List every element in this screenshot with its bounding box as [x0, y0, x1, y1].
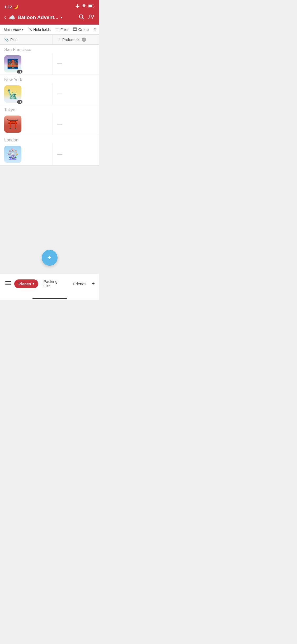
title-dropdown-icon[interactable]: ▾ — [60, 15, 62, 19]
filter-button[interactable]: Filter — [55, 27, 69, 32]
city-name-new-york: New York — [0, 75, 99, 83]
nav-actions — [78, 14, 95, 21]
preference-column-header[interactable]: Preference i — [53, 35, 99, 44]
time-label: 1:12 — [4, 4, 12, 9]
san-francisco-thumb-wrapper: +1 — [4, 55, 21, 72]
group-button[interactable]: Group — [73, 27, 89, 32]
preference-dash — [57, 63, 62, 64]
sort-icon — [93, 27, 97, 32]
pics-label: Pics — [10, 38, 17, 42]
fab-plus-icon: + — [47, 254, 51, 261]
san-francisco-pics-cell[interactable]: +1 — [0, 53, 53, 75]
add-record-fab[interactable]: + — [42, 250, 58, 266]
sort-button[interactable] — [93, 27, 97, 32]
search-icon[interactable] — [78, 14, 84, 21]
london-thumbnail — [4, 146, 21, 163]
main-view-button[interactable]: Main View ▾ — [4, 27, 23, 32]
main-view-dropdown-icon: ▾ — [22, 28, 23, 31]
preference-dash — [57, 94, 62, 94]
new-york-pics-cell[interactable]: +1 — [0, 83, 53, 105]
nav-title-area: ☁️ Balloon Advent... ▾ — [9, 14, 76, 21]
svg-line-3 — [82, 18, 84, 19]
city-name-tokyo: Tokyo — [0, 105, 99, 113]
packing-list-label: Packing List — [44, 279, 58, 288]
tokyo-preference-cell[interactable] — [53, 122, 99, 127]
london-thumb-wrapper — [4, 146, 21, 163]
home-indicator — [0, 296, 99, 300]
svg-rect-1 — [88, 5, 92, 7]
places-tab[interactable]: Places ▾ — [14, 279, 38, 288]
filter-label: Filter — [60, 27, 69, 32]
group-icon — [73, 27, 77, 32]
tokyo-thumb-wrapper — [4, 116, 21, 133]
main-view-label: Main View — [4, 27, 21, 32]
tokyo-thumbnail — [4, 116, 21, 133]
table-row: San Francisco +1 — [0, 45, 99, 75]
cloud-icon: ☁️ — [9, 14, 15, 21]
london-pics-cell[interactable] — [0, 144, 53, 165]
list-icon — [57, 37, 61, 42]
city-name-london: London — [0, 135, 99, 144]
menu-icon[interactable] — [4, 280, 12, 288]
add-tab-button[interactable]: + — [92, 281, 95, 287]
san-francisco-preference-cell[interactable] — [53, 61, 99, 66]
status-time: 1:12 🌙 — [4, 4, 18, 9]
hide-fields-button[interactable]: Hide fields — [28, 27, 50, 32]
home-bar — [32, 298, 67, 299]
filter-icon — [55, 27, 59, 32]
friends-label: Friends — [73, 282, 86, 286]
new-york-preference-cell[interactable] — [53, 91, 99, 96]
hide-fields-label: Hide fields — [33, 27, 50, 32]
moon-icon: 🌙 — [13, 4, 18, 9]
table-row: Tokyo — [0, 105, 99, 135]
add-users-icon[interactable] — [88, 14, 95, 21]
wifi-icon — [82, 4, 86, 9]
fab-container: + — [0, 245, 99, 274]
attachment-icon: 📎 — [4, 38, 9, 42]
group-label: Group — [78, 27, 89, 32]
tab-bar: Places ▾ Packing List Friends + — [0, 274, 99, 296]
hide-fields-icon — [28, 27, 32, 32]
table-content: San Francisco +1 New York +1 — [0, 45, 99, 165]
status-bar: 1:12 🌙 — [0, 0, 99, 12]
empty-area — [0, 165, 99, 245]
preference-dash — [57, 124, 62, 125]
table-row: New York +1 — [0, 75, 99, 105]
pics-column-header[interactable]: 📎 Pics — [0, 35, 53, 44]
battery-icon — [88, 4, 95, 9]
airplane-icon — [75, 4, 80, 10]
san-francisco-plus-badge: +1 — [17, 70, 22, 73]
status-icons — [75, 4, 95, 10]
nav-bar: ‹ ☁️ Balloon Advent... ▾ — [0, 12, 99, 25]
back-button[interactable]: ‹ — [4, 14, 6, 21]
london-preference-cell[interactable] — [53, 152, 99, 157]
preference-dash — [57, 154, 62, 155]
nav-title: Balloon Advent... — [17, 15, 58, 20]
friends-tab[interactable]: Friends — [70, 279, 89, 288]
table-row: London — [0, 135, 99, 165]
places-tab-chevron: ▾ — [32, 282, 34, 286]
preference-info-icon[interactable]: i — [82, 38, 86, 42]
preference-label: Preference — [62, 38, 80, 42]
toolbar: Main View ▾ Hide fields Filter — [0, 25, 99, 35]
new-york-plus-badge: +1 — [17, 100, 22, 104]
new-york-thumb-wrapper: +1 — [4, 85, 21, 103]
tokyo-pics-cell[interactable] — [0, 113, 53, 135]
svg-rect-14 — [73, 28, 77, 31]
packing-list-tab[interactable]: Packing List — [40, 277, 68, 290]
places-tab-label: Places — [18, 282, 31, 286]
city-name-san-francisco: San Francisco — [0, 45, 99, 53]
column-headers: 📎 Pics Preference i — [0, 35, 99, 45]
